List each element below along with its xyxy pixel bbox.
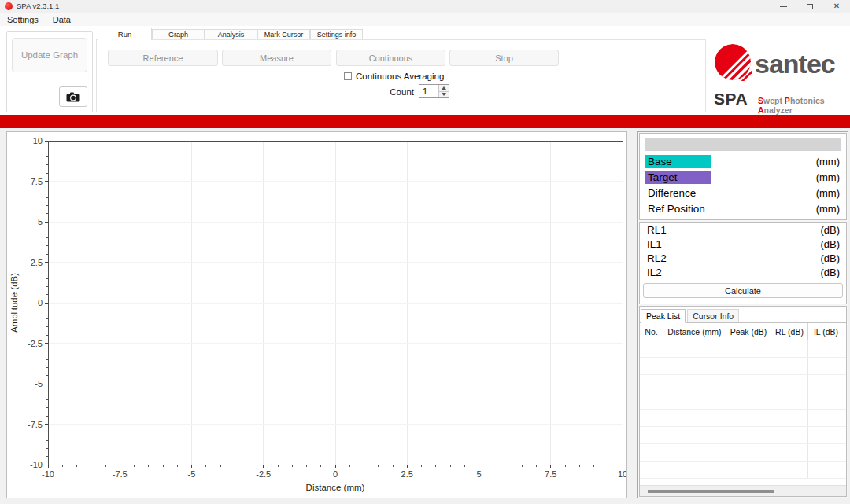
svg-text:-7.5: -7.5 <box>28 420 42 429</box>
tagline-part: S <box>758 96 763 105</box>
screenshot-button[interactable] <box>59 86 87 107</box>
calculate-button[interactable]: Calculate <box>643 283 843 298</box>
product-tagline: Swept Photonics Analyzer <box>758 96 848 115</box>
table-cell <box>640 444 663 461</box>
svg-text:-2.5: -2.5 <box>256 469 271 479</box>
continuous-averaging-checkbox[interactable] <box>344 72 352 80</box>
table-cell <box>640 462 663 478</box>
ref-position-label: Ref Position <box>645 202 708 215</box>
table-cell <box>726 358 771 374</box>
menu-data[interactable]: Data <box>46 15 78 24</box>
menu-settings[interactable]: Settings <box>0 15 46 24</box>
stop-button[interactable]: Stop <box>449 50 559 66</box>
table-cell <box>771 375 808 392</box>
col-rl[interactable]: RL (dB) <box>771 323 808 340</box>
count-value[interactable]: 1 <box>419 85 438 97</box>
svg-text:2.5: 2.5 <box>401 469 413 479</box>
peak-tab-strip: Peak List Cursor Info <box>640 307 846 322</box>
camera-icon <box>66 92 80 102</box>
table-row[interactable] <box>640 410 846 427</box>
table-row[interactable] <box>640 375 846 392</box>
il2-label: IL2 <box>647 267 662 278</box>
tab-graph[interactable]: Graph <box>152 29 205 40</box>
table-row[interactable] <box>640 427 846 444</box>
tagline-part: nalyzer <box>764 105 793 115</box>
col-distance[interactable]: Distance (mm) <box>663 323 726 340</box>
col-peak[interactable]: Peak (dB) <box>726 323 771 340</box>
tab-mark-cursor[interactable]: Mark Cursor <box>257 29 310 40</box>
window-title: SPA v2.3.1.1 <box>17 2 59 10</box>
tagline-part: wept <box>763 96 785 105</box>
rl2-unit: (dB) <box>820 252 840 264</box>
table-cell <box>808 444 844 461</box>
tab-cursor-info[interactable]: Cursor Info <box>687 309 739 322</box>
tab-run[interactable]: Run <box>98 28 152 40</box>
close-button[interactable]: ✕ <box>823 0 850 13</box>
table-cell <box>771 358 808 374</box>
count-down-button[interactable] <box>439 92 449 98</box>
restore-button[interactable] <box>796 0 823 13</box>
count-up-button[interactable] <box>439 85 449 92</box>
header-area: Update Graph Run Graph Analysis Mark Cur… <box>0 26 850 115</box>
app-icon <box>5 2 13 10</box>
tab-analysis[interactable]: Analysis <box>205 29 257 40</box>
il2-unit: (dB) <box>820 267 840 278</box>
chevron-down-icon <box>442 93 446 96</box>
table-row[interactable] <box>640 358 846 375</box>
svg-text:7.5: 7.5 <box>545 469 556 479</box>
rl2-row: RL2 (dB) <box>640 251 846 265</box>
svg-text:2.5: 2.5 <box>31 258 42 267</box>
close-icon: ✕ <box>833 2 840 10</box>
difference-unit: (mm) <box>816 187 840 199</box>
rl2-label: RL2 <box>647 252 667 264</box>
app-window: SPA v2.3.1.1 ✕ Settings Data Update Grap… <box>0 0 850 504</box>
table-cell <box>726 427 771 443</box>
svg-text:7.5: 7.5 <box>31 177 42 186</box>
difference-row: Difference (mm) <box>640 185 846 200</box>
minimize-button[interactable] <box>770 0 796 13</box>
col-no[interactable]: No. <box>640 323 663 340</box>
ref-position-unit: (mm) <box>816 203 840 215</box>
brand-name: santec <box>755 49 835 79</box>
continuous-averaging-label: Continuous Averaging <box>356 72 444 81</box>
table-cell <box>663 358 726 374</box>
table-cell <box>726 340 771 357</box>
svg-text:-10: -10 <box>42 469 54 479</box>
measure-button[interactable]: Measure <box>222 50 331 66</box>
scrollbar-thumb[interactable] <box>648 490 774 493</box>
amplitude-chart[interactable]: -10-7.5-5-2.502.557.510-10-7.5-5-2.502.5… <box>6 131 627 498</box>
minimize-icon <box>780 6 787 7</box>
count-stepper[interactable]: 1 <box>419 84 449 98</box>
peak-table[interactable]: No. Distance (mm) Peak (dB) RL (dB) IL (… <box>640 322 846 496</box>
continuous-button[interactable]: Continuous <box>336 50 445 66</box>
product-name: SPA <box>714 90 748 109</box>
table-cell <box>663 392 726 409</box>
tab-peak-list[interactable]: Peak List <box>641 309 686 323</box>
table-row[interactable] <box>640 462 846 479</box>
peak-list-box: Peak List Cursor Info No. Distance (mm) … <box>639 306 847 497</box>
col-il[interactable]: IL (dB) <box>808 323 844 340</box>
table-cell <box>726 462 771 478</box>
target-label: Target <box>645 171 711 184</box>
santec-ball-icon <box>714 43 752 81</box>
tab-settings-info[interactable]: Settings info <box>310 29 363 40</box>
reference-button[interactable]: Reference <box>108 50 218 66</box>
svg-text:-7.5: -7.5 <box>113 469 128 479</box>
table-row[interactable] <box>640 444 846 462</box>
target-row: Target (mm) <box>640 169 846 185</box>
svg-text:-5: -5 <box>188 469 196 479</box>
loss-results-box: RL1 (dB) IL1 (dB) RL2 (dB) IL2 (dB) Calc… <box>639 222 847 304</box>
rl1-row: RL1 (dB) <box>640 223 846 237</box>
table-row[interactable] <box>640 340 846 358</box>
update-graph-button[interactable]: Update Graph <box>12 38 87 72</box>
svg-text:5: 5 <box>476 469 481 479</box>
horizontal-scrollbar[interactable] <box>640 485 846 496</box>
table-cell <box>663 444 726 461</box>
difference-label: Difference <box>645 186 698 200</box>
il1-label: IL1 <box>647 238 662 250</box>
svg-text:Amplitude (dB): Amplitude (dB) <box>9 273 19 333</box>
table-row[interactable] <box>640 392 846 410</box>
tagline-part: hotonics <box>790 96 825 105</box>
title-bar: SPA v2.3.1.1 ✕ <box>0 0 850 13</box>
table-cell <box>663 375 726 392</box>
